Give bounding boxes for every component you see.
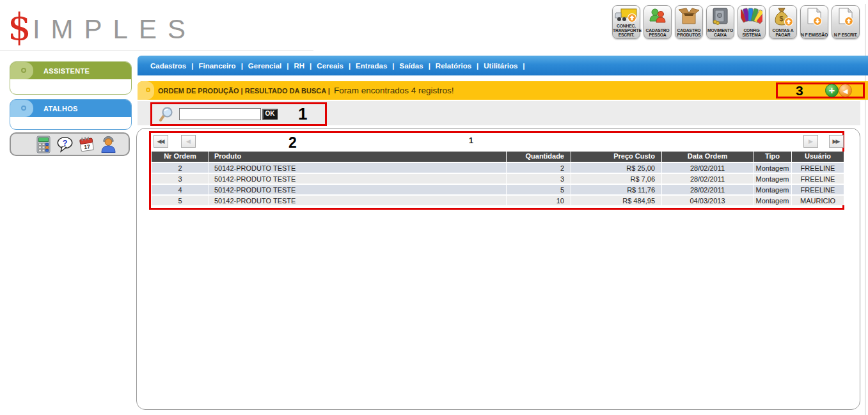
table-cell[interactable]: MAURICIO (792, 194, 844, 205)
menu-gerencial[interactable]: Gerencial (248, 62, 281, 70)
table-cell[interactable]: FREELINE (792, 184, 844, 194)
help-icon: ? (56, 135, 74, 154)
quick-btn-label: CADASTRO PESSOA (644, 28, 671, 37)
menu-rh[interactable]: RH (294, 62, 304, 70)
calendar-button[interactable]: 17 (78, 135, 95, 153)
sidebar-atalhos-header[interactable]: ATALHOS (10, 100, 131, 117)
table-cell[interactable]: 50142-PRODUTO TESTE (209, 194, 507, 205)
annotation-number-1: 1 (298, 104, 307, 124)
menu-separator: | (429, 62, 430, 70)
menu-separator: | (310, 62, 312, 70)
calendar-day: 17 (84, 143, 91, 150)
help-glyph: ? (63, 138, 68, 147)
table-cell[interactable]: 3 (152, 173, 209, 184)
table-cell[interactable]: 28/02/2011 (662, 162, 754, 173)
safe-icon (711, 7, 730, 26)
column-header-preco-custo[interactable]: Preço Custo (571, 152, 662, 162)
menu-cadastros[interactable]: Cadastros (150, 62, 186, 70)
pagination-next-button[interactable]: ▶ (803, 135, 818, 148)
status-breadcrumb: ORDEM DE PRODUÇÃO | RESULTADO DA BUSCA | (158, 87, 330, 95)
column-header-usuario[interactable]: Usuário (792, 152, 844, 162)
menu-entradas[interactable]: Entradas (356, 62, 387, 70)
search-input[interactable] (179, 108, 261, 120)
table-cell[interactable]: 5 (507, 184, 571, 194)
table-cell[interactable]: 4 (152, 184, 209, 194)
user-icon (100, 135, 117, 153)
table-cell[interactable]: 2 (507, 162, 571, 173)
table-cell[interactable]: R$ 25,00 (571, 162, 662, 173)
table-cell[interactable]: FREELINE (792, 162, 844, 173)
add-record-button[interactable]: + (825, 84, 839, 97)
table-cell[interactable]: 50142-PRODUTO TESTE (209, 173, 507, 184)
results-table: Nr Ordem Produto Quantidade Preço Custo … (152, 152, 844, 205)
table-cell[interactable]: 50142-PRODUTO TESTE (209, 184, 507, 194)
app-logo: $ IMPLES (8, 4, 196, 46)
box-icon (678, 7, 700, 26)
main-menubar: Cadastros| Financeiro| Gerencial| RH| Ce… (138, 56, 868, 75)
table-cell[interactable]: 04/03/2013 (662, 194, 754, 205)
pagination-prev-button[interactable]: ◀ (181, 135, 196, 148)
calendar-icon: 17 (78, 136, 95, 153)
menu-saidas[interactable]: Saídas (400, 62, 423, 70)
table-cell[interactable]: Montagem (754, 194, 792, 205)
table-cell[interactable]: Montagem (754, 162, 792, 173)
table-cell[interactable]: FREELINE (792, 173, 844, 184)
column-header-nr-ordem[interactable]: Nr Ordem (152, 152, 209, 162)
table-cell[interactable]: R$ 484,95 (571, 194, 662, 205)
table-cell[interactable]: 10 (507, 194, 571, 205)
column-header-quantidade[interactable]: Quantidade (507, 152, 571, 162)
menu-separator: | (392, 62, 394, 70)
quick-btn-label: CONFIG SISTEMA (738, 28, 765, 37)
quick-btn-nf-emissao[interactable]: N F EMISSÃO (800, 5, 828, 39)
user-button[interactable] (100, 135, 117, 153)
menu-separator: | (477, 62, 478, 70)
table-cell[interactable]: R$ 7,06 (571, 173, 662, 184)
calculator-button[interactable] (35, 135, 52, 153)
menu-separator: | (191, 62, 193, 70)
quick-btn-movimento-caixa[interactable]: MOVIMENTO CAIXA (706, 5, 734, 39)
pagination-last-button[interactable]: ▶▶ (829, 135, 844, 148)
calculator-icon (36, 136, 51, 153)
search-ok-button[interactable]: OK (262, 109, 278, 120)
table-cell[interactable]: 28/02/2011 (662, 184, 754, 194)
table-cell[interactable]: 50142-PRODUTO TESTE (209, 162, 507, 173)
logo-dollar-icon: $ (8, 8, 31, 46)
quick-btn-cadastro-produtos[interactable]: CADASTRO PRODUTOS (675, 5, 703, 39)
palette-icon (741, 7, 762, 26)
pagination-first-button[interactable]: ◀◀ (154, 135, 168, 148)
quick-btn-cadastro-pessoa[interactable]: CADASTRO PESSOA (643, 5, 672, 39)
column-header-data-ordem[interactable]: Data Ordem (662, 152, 754, 162)
menu-financeiro[interactable]: Financeiro (198, 62, 235, 70)
status-bullet-icon (146, 88, 150, 92)
menu-separator: | (523, 62, 525, 70)
table-cell[interactable]: 3 (507, 173, 571, 184)
quick-btn-config-sistema[interactable]: CONFIG SISTEMA (738, 5, 766, 39)
help-button[interactable]: ? (56, 135, 74, 153)
table-cell[interactable]: Montagem (754, 184, 792, 194)
table-cell[interactable]: 28/02/2011 (662, 173, 754, 184)
menu-utilitarios[interactable]: Utilitários (484, 62, 517, 70)
quick-btn-contas-a-pagar[interactable]: $ CONTAS A PAGAR (769, 5, 797, 39)
quick-btn-conhec-transporte[interactable]: CONHEC. TRANSPORTE ESCRIT. (612, 5, 640, 39)
document-up-icon (835, 7, 856, 27)
search-icon (159, 107, 174, 122)
menu-relatorios[interactable]: Relatórios (436, 62, 471, 70)
header-divider (0, 51, 313, 51)
sidebar-assistente-panel: ASSISTENTE (10, 61, 132, 95)
sidebar-assistente-header[interactable]: ASSISTENTE (10, 62, 131, 79)
column-header-produto[interactable]: Produto (209, 152, 507, 162)
atalhos-bullet-icon (21, 106, 26, 111)
document-down-icon (804, 7, 825, 27)
table-cell[interactable]: Montagem (754, 173, 792, 184)
table-cell[interactable]: 2 (152, 162, 209, 173)
quick-btn-label: N F EMISSÃO (801, 33, 828, 37)
table-cell[interactable]: 5 (152, 194, 209, 205)
column-header-tipo[interactable]: Tipo (754, 152, 792, 162)
menu-cereais[interactable]: Cereais (317, 62, 343, 70)
table-cell[interactable]: R$ 11,76 (571, 184, 662, 194)
simples-erp-window: $ IMPLES CONHEC. TRANSPORTE ESCRIT. CADA… (0, 0, 868, 415)
quick-btn-nf-escrit[interactable]: N F ESCRIT. (832, 5, 860, 39)
quick-btn-label: N F ESCRIT. (832, 33, 859, 37)
back-button[interactable]: ◀ (839, 84, 852, 97)
people-icon (647, 7, 668, 26)
